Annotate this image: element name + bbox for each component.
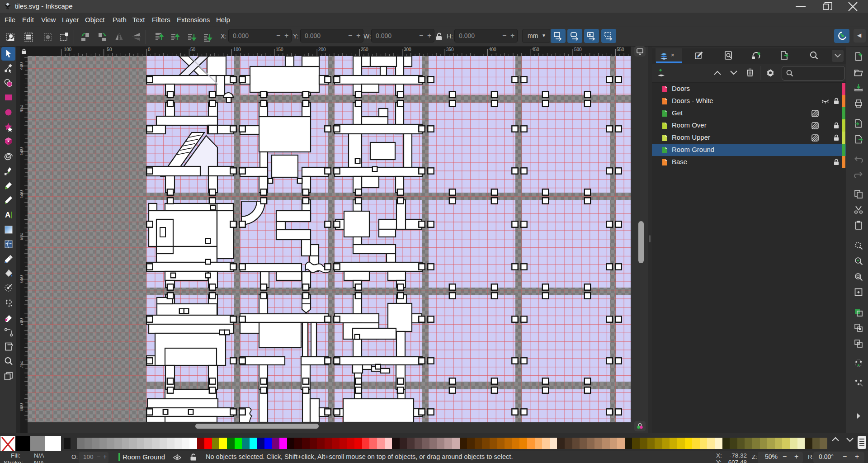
svg-text:0: 0 [148,47,151,52]
svg-text:400: 400 [489,47,496,52]
svg-text:200: 200 [318,47,326,52]
svg-text:700: 700 [20,318,24,326]
svg-text:450: 450 [532,47,539,52]
svg-text:-50: -50 [105,47,112,52]
svg-text:150: 150 [276,47,283,52]
svg-text:800: 800 [20,403,24,411]
svg-text:300: 300 [404,47,411,52]
svg-text:400: 400 [20,62,24,70]
svg-text:A: A [5,211,10,219]
svg-text:550: 550 [617,47,624,52]
svg-text:550: 550 [20,190,24,198]
svg-text:100: 100 [233,47,241,52]
svg-text:250: 250 [361,47,368,52]
svg-text:500: 500 [20,147,24,155]
svg-text:450: 450 [20,104,24,112]
svg-text:750: 750 [20,360,24,368]
svg-text:-100: -100 [62,47,71,52]
svg-text:50: 50 [190,47,196,52]
svg-text:500: 500 [574,47,582,52]
svg-text:650: 650 [20,275,24,283]
svg-text:350: 350 [446,47,454,52]
svg-text:600: 600 [20,232,24,240]
